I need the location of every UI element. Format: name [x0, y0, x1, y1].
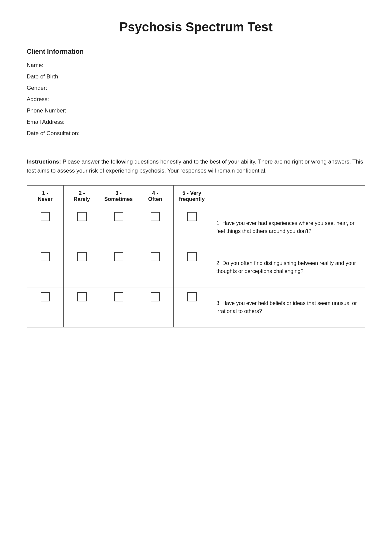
- checkbox-q3-rarely[interactable]: [64, 287, 100, 327]
- checkbox-icon[interactable]: [41, 252, 50, 261]
- checkbox-icon[interactable]: [114, 292, 123, 301]
- field-email: Email Address:: [27, 119, 365, 125]
- checkbox-q2-veryfrequently[interactable]: [174, 247, 210, 287]
- checkbox-q1-sometimes[interactable]: [100, 207, 137, 247]
- checkbox-icon[interactable]: [77, 212, 87, 221]
- checkbox-q1-rarely[interactable]: [64, 207, 100, 247]
- instructions-bold: Instructions:: [27, 159, 61, 165]
- page-title: Psychosis Spectrum Test: [27, 20, 365, 34]
- section-divider: [27, 147, 365, 147]
- col-header-very-frequently: 5 - Veryfrequently: [174, 186, 210, 207]
- checkbox-q2-rarely[interactable]: [64, 247, 100, 287]
- checkbox-icon[interactable]: [77, 252, 87, 261]
- col-header-sometimes: 3 -Sometimes: [100, 186, 137, 207]
- instructions-text: Please answer the following questions ho…: [27, 159, 363, 174]
- question-3: 3. Have you ever held beliefs or ideas t…: [210, 287, 365, 327]
- client-info-heading: Client Information: [27, 48, 365, 55]
- table-row: 1. Have you ever had experiences where y…: [27, 207, 365, 247]
- question-1: 1. Have you ever had experiences where y…: [210, 207, 365, 247]
- checkbox-icon[interactable]: [187, 252, 197, 261]
- question-2: 2. Do you often find distinguishing betw…: [210, 247, 365, 287]
- checkbox-q2-never[interactable]: [27, 247, 64, 287]
- checkbox-q1-often[interactable]: [137, 207, 174, 247]
- checkbox-q1-never[interactable]: [27, 207, 64, 247]
- field-gender: Gender:: [27, 85, 365, 91]
- checkbox-icon[interactable]: [114, 252, 123, 261]
- checkbox-icon[interactable]: [187, 292, 197, 301]
- client-info-section: Client Information Name: Date of Birth: …: [27, 48, 365, 137]
- checkbox-q3-veryfrequently[interactable]: [174, 287, 210, 327]
- checkbox-q2-sometimes[interactable]: [100, 247, 137, 287]
- instructions-block: Instructions: Please answer the followin…: [27, 157, 365, 175]
- table-row: 3. Have you ever held beliefs or ideas t…: [27, 287, 365, 327]
- col-header-often: 4 -Often: [137, 186, 174, 207]
- table-row: 2. Do you often find distinguishing betw…: [27, 247, 365, 287]
- checkbox-icon[interactable]: [151, 212, 160, 221]
- field-consultation-date: Date of Consultation:: [27, 130, 365, 137]
- checkbox-icon[interactable]: [187, 212, 197, 221]
- field-address: Address:: [27, 96, 365, 103]
- checkbox-q3-sometimes[interactable]: [100, 287, 137, 327]
- rating-table: 1 -Never 2 -Rarely 3 -Sometimes 4 -Often…: [27, 185, 365, 327]
- col-header-question: [210, 186, 365, 207]
- checkbox-q1-veryfrequently[interactable]: [174, 207, 210, 247]
- col-header-never: 1 -Never: [27, 186, 64, 207]
- checkbox-icon[interactable]: [41, 292, 50, 301]
- checkbox-q3-often[interactable]: [137, 287, 174, 327]
- table-header-row: 1 -Never 2 -Rarely 3 -Sometimes 4 -Often…: [27, 186, 365, 207]
- field-phone: Phone Number:: [27, 107, 365, 114]
- checkbox-icon[interactable]: [114, 212, 123, 221]
- field-dob: Date of Birth:: [27, 73, 365, 80]
- checkbox-q3-never[interactable]: [27, 287, 64, 327]
- checkbox-icon[interactable]: [151, 252, 160, 261]
- field-name: Name:: [27, 62, 365, 69]
- col-header-rarely: 2 -Rarely: [64, 186, 100, 207]
- checkbox-icon[interactable]: [41, 212, 50, 221]
- checkbox-icon[interactable]: [151, 292, 160, 301]
- checkbox-icon[interactable]: [77, 292, 87, 301]
- checkbox-q2-often[interactable]: [137, 247, 174, 287]
